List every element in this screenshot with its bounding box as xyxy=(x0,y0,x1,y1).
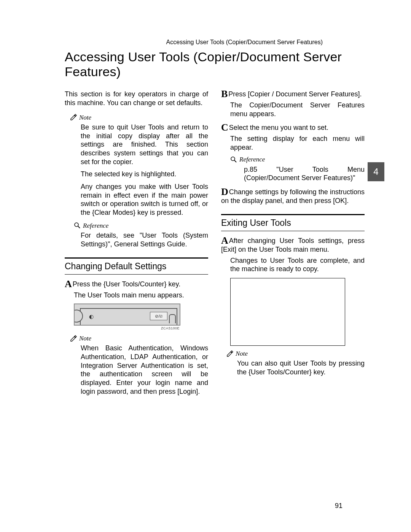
page-number: 91 xyxy=(335,502,342,510)
text: key. xyxy=(312,368,326,376)
magnifier-icon xyxy=(74,222,81,229)
svg-line-3 xyxy=(234,160,236,162)
note-p2: The selected key is highlighted. xyxy=(81,170,208,179)
step-c: CSelect the menu you want to set. xyxy=(221,123,365,132)
indicator-icon: ◐ xyxy=(89,313,94,320)
pencil-icon xyxy=(70,335,77,342)
note-p1: Be sure to quit User Tools and return to… xyxy=(81,123,208,166)
note-body-2: When Basic Authentication, Windows Authe… xyxy=(81,344,208,396)
text: Press the xyxy=(73,280,104,288)
user-tools-counter-key: {User Tools/Counter} xyxy=(249,368,312,376)
clear-modes-key: {Clear Modes} xyxy=(92,209,135,216)
step-letter: A xyxy=(65,278,72,289)
reference-text: For details, see "User Tools (System Set… xyxy=(81,231,208,248)
reference-label-2: Reference xyxy=(230,155,365,163)
running-header: Accessing User Tools (Copier/Document Se… xyxy=(166,39,323,46)
placeholder-figure xyxy=(230,278,345,346)
chapter-tab: 4 xyxy=(368,162,384,181)
note-label-text: Note xyxy=(79,334,91,342)
text: key. xyxy=(167,280,181,288)
text: . xyxy=(198,388,200,395)
user-tools-counter-key: {User Tools/Counter} xyxy=(104,280,167,288)
svg-point-2 xyxy=(231,157,235,161)
manual-page: Accessing User Tools (Copier/Document Se… xyxy=(0,0,411,532)
svg-line-1 xyxy=(78,226,80,228)
step-d: DChange settings by following the instru… xyxy=(221,188,365,205)
control-panel-figure: ◐ ⊘/⎚ ZCAS100E xyxy=(74,304,180,331)
note-label-text: Note xyxy=(236,350,248,358)
note-body-3: You can also quit User Tools by pressing… xyxy=(237,359,365,376)
note-label-2: Note xyxy=(70,334,208,342)
note-p3: Any changes you make with User Tools rem… xyxy=(81,182,208,217)
page-title: Accessing User Tools (Copier/Document Se… xyxy=(65,50,365,79)
copier-features-button-ref: [Copier / Document Server Features] xyxy=(248,90,360,98)
reference-label-text: Reference xyxy=(83,222,108,230)
note-body: Be sure to quit User Tools and return to… xyxy=(81,123,208,217)
text: Select the menu you want to set. xyxy=(229,124,328,131)
text: key is pressed. xyxy=(135,209,183,216)
step-b: BPress [Copier / Document Server Feature… xyxy=(221,90,365,99)
reference-text-2: p.85 "User Tools Menu (Copier/Document S… xyxy=(244,165,365,182)
text: After changing User Tools settings, pres… xyxy=(229,237,365,244)
pencil-icon xyxy=(70,114,77,121)
reference-body-2: p.85 "User Tools Menu (Copier/Document S… xyxy=(244,165,365,182)
step-b-sub: The Copier/Document Server Features menu… xyxy=(230,101,365,118)
section-exiting: Exiting User Tools xyxy=(221,214,365,231)
step-a-sub: The User Tools main menu appears. xyxy=(74,291,208,300)
step-letter: C xyxy=(221,122,228,133)
section-changing-defaults: Changing Default Settings xyxy=(65,257,208,275)
note2-text: When Basic Authentication, Windows Authe… xyxy=(81,344,208,396)
step-letter: D xyxy=(221,186,228,197)
note-label-text: Note xyxy=(79,113,91,121)
ok-button-ref: [OK] xyxy=(333,197,347,204)
note-label-3: Note xyxy=(226,350,365,358)
exit-button-ref: [Exit] xyxy=(221,246,236,253)
text: . xyxy=(360,90,362,98)
text: on the User Tools main menu. xyxy=(236,246,329,253)
svg-point-0 xyxy=(75,223,78,227)
figure-code: ZCAS100E xyxy=(74,326,180,331)
reference-label-text: Reference xyxy=(239,155,265,163)
text: . xyxy=(347,197,349,204)
exit-step-a: AAfter changing User Tools settings, pre… xyxy=(221,236,365,254)
exit-sub: Changes to User Tools are complete, and … xyxy=(230,256,365,273)
note-label: Note xyxy=(70,113,208,121)
magnifier-icon xyxy=(230,156,237,163)
step-c-sub: The setting display for each menu will a… xyxy=(230,134,365,152)
reference-body: For details, see "User Tools (System Set… xyxy=(81,231,208,248)
step-letter: B xyxy=(221,88,228,99)
step-letter: A xyxy=(221,235,228,246)
note3-text: You can also quit User Tools by pressing… xyxy=(237,359,365,376)
pencil-icon xyxy=(226,350,233,357)
text: Press xyxy=(228,90,248,98)
step-a: APress the {User Tools/Counter} key. xyxy=(65,280,208,289)
login-button-ref: [Login] xyxy=(177,388,198,395)
user-tools-button-graphic: ⊘/⎚ xyxy=(150,312,167,320)
intro-text: This section is for key operators in cha… xyxy=(65,90,208,107)
reference-label: Reference xyxy=(74,222,208,230)
